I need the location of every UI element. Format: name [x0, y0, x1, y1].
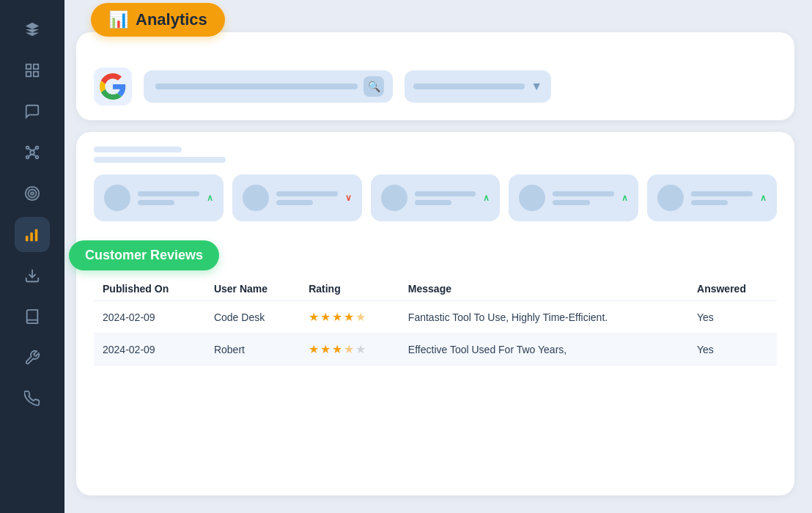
- skeleton-line-2: [94, 157, 226, 163]
- svg-rect-3: [34, 72, 38, 76]
- stats-skeleton: [94, 147, 777, 163]
- sidebar-item-analytics[interactable]: [15, 217, 50, 252]
- skeleton-line-1: [94, 147, 182, 152]
- sidebar-item-download[interactable]: [15, 258, 50, 293]
- table-row: 2024-02-09 Code Desk ★★★★★ Fantastic Too…: [94, 301, 777, 333]
- stat-chevron-up-3: ∧: [483, 193, 490, 203]
- stat-avatar-1: [104, 185, 130, 211]
- svg-rect-2: [26, 72, 31, 76]
- star-filled: ★: [309, 342, 319, 356]
- stat-card-5: ∧: [647, 174, 777, 221]
- search-icon: 🔍: [363, 76, 384, 97]
- sidebar-item-chat[interactable]: [15, 94, 50, 129]
- svg-line-9: [32, 149, 36, 150]
- cell-rating: ★★★★★: [300, 301, 399, 333]
- cell-answered: Yes: [688, 333, 777, 366]
- sidebar-item-tools[interactable]: [15, 340, 50, 375]
- dropdown-bar[interactable]: ▼: [405, 70, 551, 103]
- stat-cards-row: ∧ ∨ ∧ ∧ ∧: [94, 174, 777, 221]
- bottom-card: ∧ ∨ ∧ ∧ ∧ C: [76, 132, 794, 495]
- stat-chevron-up-4: ∧: [621, 193, 628, 203]
- cell-user-name: Code Desk: [205, 301, 300, 333]
- star-filled: ★: [320, 342, 331, 356]
- stat-avatar-4: [519, 185, 545, 211]
- star-filled: ★: [309, 310, 319, 324]
- sidebar-item-support[interactable]: [15, 381, 50, 416]
- col-message: Message: [399, 277, 688, 301]
- sidebar-item-target[interactable]: [15, 176, 50, 211]
- col-published-on: Published On: [94, 277, 205, 301]
- main-content: 📊 Analytics 🔍 ▼: [64, 0, 812, 513]
- star-filled: ★: [344, 310, 354, 324]
- svg-rect-18: [35, 229, 38, 242]
- svg-line-12: [29, 155, 32, 156]
- svg-point-8: [26, 156, 29, 159]
- stars: ★★★★★: [309, 342, 391, 356]
- table-row: 2024-02-09 Robert ★★★★★ Effective Tool U…: [94, 333, 777, 366]
- cell-message: Effective Tool Used For Two Years,: [399, 333, 688, 366]
- star-filled: ★: [320, 310, 331, 324]
- cell-answered: Yes: [688, 301, 777, 333]
- svg-rect-1: [34, 64, 38, 69]
- svg-point-6: [26, 147, 29, 150]
- sidebar-item-grid[interactable]: [15, 53, 50, 88]
- stat-chevron-down-2: ∨: [345, 193, 352, 203]
- svg-rect-16: [26, 236, 29, 241]
- svg-rect-0: [26, 64, 31, 69]
- col-rating: Rating: [300, 277, 399, 301]
- svg-point-4: [30, 150, 34, 155]
- star-filled: ★: [332, 310, 342, 324]
- stat-chevron-up-1: ∧: [207, 193, 213, 203]
- search-bar[interactable]: 🔍: [144, 70, 393, 103]
- sidebar-item-nav[interactable]: [15, 12, 50, 47]
- star-half: ★: [344, 342, 354, 356]
- stat-card-4: ∧: [509, 174, 638, 221]
- svg-point-7: [36, 156, 39, 159]
- dropdown-placeholder-line: [413, 84, 525, 89]
- svg-point-5: [36, 147, 39, 150]
- star-half: ★: [355, 310, 366, 324]
- svg-rect-17: [30, 232, 33, 241]
- star-empty: ★: [355, 342, 366, 356]
- customer-reviews-badge: Customer Reviews: [69, 240, 219, 270]
- col-user-name: User Name: [205, 277, 300, 301]
- stat-card-1: ∧: [94, 174, 224, 221]
- cell-user-name: Robert: [205, 333, 300, 366]
- sidebar: [0, 0, 64, 513]
- google-icon: [94, 67, 132, 106]
- top-card: 🔍 ▼: [76, 32, 794, 120]
- stat-avatar-3: [381, 185, 407, 211]
- analytics-title: Analytics: [136, 10, 207, 29]
- analytics-pill: 📊 Analytics: [91, 3, 225, 37]
- customer-reviews-label: Customer Reviews: [85, 248, 203, 263]
- chevron-down-icon: ▼: [531, 80, 542, 93]
- stat-card-2: ∨: [232, 174, 362, 221]
- stat-chevron-up-5: ∧: [760, 193, 767, 203]
- star-filled: ★: [332, 342, 342, 356]
- cell-published-on: 2024-02-09: [94, 333, 205, 366]
- svg-point-14: [29, 190, 37, 198]
- sidebar-item-library[interactable]: [15, 299, 50, 334]
- stat-avatar-2: [243, 185, 269, 211]
- svg-point-15: [31, 192, 34, 195]
- svg-line-11: [32, 155, 36, 156]
- sidebar-item-network[interactable]: [15, 135, 50, 170]
- stat-avatar-5: [657, 185, 684, 211]
- cell-rating: ★★★★★: [300, 333, 399, 366]
- col-answered: Answered: [688, 277, 777, 301]
- svg-line-10: [29, 149, 32, 150]
- cell-published-on: 2024-02-09: [94, 301, 205, 333]
- reviews-table: Published On User Name Rating Message An…: [94, 277, 777, 366]
- cell-message: Fantastic Tool To Use, Highly Time-Effic…: [399, 301, 688, 333]
- stars: ★★★★★: [309, 310, 391, 324]
- analytics-bar-icon: 📊: [108, 10, 128, 29]
- search-placeholder-line: [155, 84, 358, 89]
- stat-card-3: ∧: [371, 174, 501, 221]
